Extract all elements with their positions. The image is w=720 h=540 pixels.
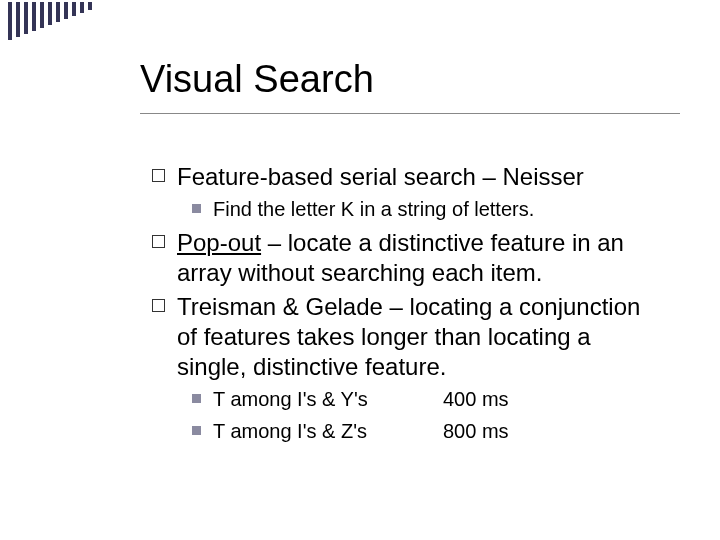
timing-row: T among I's & Y's 400 ms (213, 386, 650, 412)
square-outline-icon (152, 169, 165, 182)
subbullet-timing-1: T among I's & Y's 400 ms (192, 386, 650, 412)
timing-stimulus: T among I's & Y's (213, 386, 443, 412)
bullet-text: Pop-out – locate a distinctive feature i… (177, 228, 650, 288)
bullet-text: Treisman & Gelade – locating a conjuncti… (177, 292, 650, 382)
subbullet-timing-2: T among I's & Z's 800 ms (192, 418, 650, 444)
subbullet-text: Find the letter K in a string of letters… (213, 196, 534, 222)
timing-value: 400 ms (443, 386, 509, 412)
decorative-bars (8, 2, 92, 40)
popout-term: Pop-out (177, 229, 261, 256)
square-outline-icon (152, 299, 165, 312)
timing-value: 800 ms (443, 418, 509, 444)
bullet-text: Feature-based serial search – Neisser (177, 162, 584, 192)
timing-row: T among I's & Z's 800 ms (213, 418, 650, 444)
slide-title: Visual Search (140, 58, 680, 114)
timing-stimulus: T among I's & Z's (213, 418, 443, 444)
square-outline-icon (152, 235, 165, 248)
slide: Visual Search Feature-based serial searc… (0, 0, 720, 540)
bullet-treisman: Treisman & Gelade – locating a conjuncti… (152, 292, 650, 382)
bullet-popout: Pop-out – locate a distinctive feature i… (152, 228, 650, 288)
square-filled-icon (192, 204, 201, 213)
square-filled-icon (192, 426, 201, 435)
square-filled-icon (192, 394, 201, 403)
subbullet-find-k: Find the letter K in a string of letters… (192, 196, 650, 222)
bullet-serial-search: Feature-based serial search – Neisser (152, 162, 650, 192)
slide-body: Feature-based serial search – Neisser Fi… (152, 158, 650, 450)
